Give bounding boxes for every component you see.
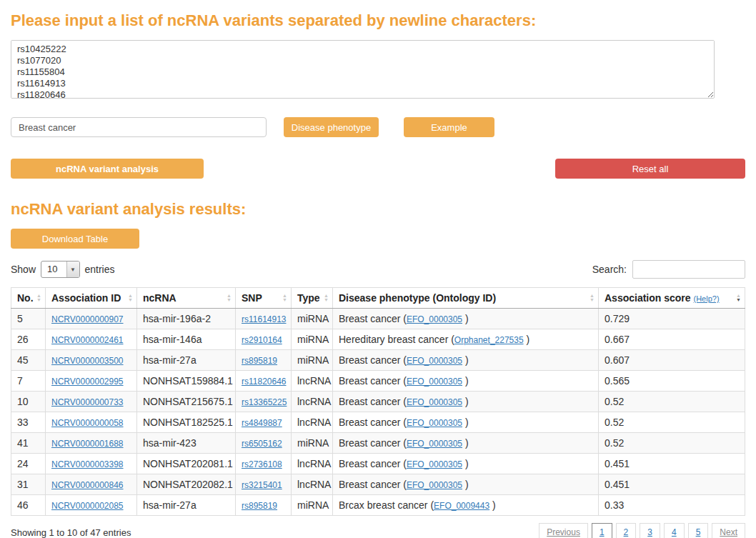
snp-link[interactable]: rs13365225 xyxy=(242,397,287,407)
sort-both-icon: ▲▼ xyxy=(282,294,287,302)
disease-phenotype-cell: Breast cancer (EFO_0000305 ) xyxy=(333,371,599,392)
snp-link[interactable]: rs11614913 xyxy=(242,314,287,324)
ontology-id-link[interactable]: EFO_0000305 xyxy=(407,314,462,324)
column-label: Type xyxy=(297,292,320,304)
table-row: 5NCRV0000000907hsa-mir-196a-2rs11614913m… xyxy=(11,309,745,329)
column-header-no[interactable]: No.▲▼ xyxy=(11,288,46,309)
variant-list-textarea[interactable]: rs10425222 rs1077020 rs11155804 rs116149… xyxy=(11,40,715,99)
association-score-cell: 0.52 xyxy=(599,433,745,454)
association-score-cell: 0.729 xyxy=(599,309,745,329)
pagination-page-4[interactable]: 4 xyxy=(664,523,685,538)
page: Please input a list of ncRNA variants se… xyxy=(0,0,756,538)
column-header-assoc[interactable]: Association ID▲▼ xyxy=(46,288,137,309)
association-id-link[interactable]: NCRV0000003500 xyxy=(51,356,124,366)
ontology-id-link[interactable]: EFO_0000305 xyxy=(407,439,462,449)
snp-link[interactable]: rs3215401 xyxy=(242,480,282,490)
ncrna-cell: hsa-mir-146a xyxy=(137,329,236,350)
pagination-next[interactable]: Next xyxy=(712,523,745,538)
search-input[interactable] xyxy=(632,260,745,279)
snp-link[interactable]: rs4849887 xyxy=(242,418,282,428)
column-header-ncrna[interactable]: ncRNA▲▼ xyxy=(137,288,236,309)
column-label: ncRNA xyxy=(143,292,176,304)
association-id-link[interactable]: NCRV0000000907 xyxy=(51,314,124,324)
column-header-score[interactable]: Association score (Help?)▲▼ xyxy=(599,288,745,309)
table-header-row: No.▲▼Association ID▲▼ncRNA▲▼SNP▲▼Type▲▼D… xyxy=(11,288,745,309)
type-cell: lncRNA xyxy=(292,392,333,412)
association-score-cell: 0.451 xyxy=(599,454,745,474)
example-button[interactable]: Example xyxy=(404,117,494,137)
type-cell: miRNA xyxy=(292,433,333,454)
table-row: 41NCRV0000001688hsa-mir-423rs6505162miRN… xyxy=(11,433,745,454)
disease-phenotype-cell: Breast cancer (EFO_0000305 ) xyxy=(333,454,599,474)
snp-link[interactable]: rs2910164 xyxy=(242,335,282,345)
pagination-page-2[interactable]: 2 xyxy=(616,523,637,538)
ncrna-cell: hsa-mir-27a xyxy=(137,495,236,516)
association-id-cell: NCRV0000000907 xyxy=(46,309,137,329)
association-id-cell: NCRV0000000058 xyxy=(46,412,137,433)
ontology-id-link[interactable]: EFO_0000305 xyxy=(407,397,462,407)
association-id-link[interactable]: NCRV0000000058 xyxy=(51,418,124,428)
table-row: 33NCRV0000000058NONHSAT182525.1rs4849887… xyxy=(11,412,745,433)
entries-label: entries xyxy=(85,264,115,275)
snp-link[interactable]: rs11820646 xyxy=(242,377,287,387)
disease-phenotype-cell: Breast cancer (EFO_0000305 ) xyxy=(333,309,599,329)
type-cell: lncRNA xyxy=(292,474,333,495)
sort-both-icon: ▲▼ xyxy=(128,294,133,302)
disease-phenotype-cell: Breast cancer (EFO_0000305 ) xyxy=(333,474,599,495)
ontology-id-link[interactable]: EFO_0000305 xyxy=(407,418,462,428)
pagination-previous[interactable]: Previous xyxy=(539,523,588,538)
pagination-page-1[interactable]: 1 xyxy=(592,523,612,538)
type-cell: lncRNA xyxy=(292,454,333,474)
association-id-cell: NCRV0000001688 xyxy=(46,433,137,454)
column-header-type[interactable]: Type▲▼ xyxy=(292,288,333,309)
association-id-link[interactable]: NCRV0000001688 xyxy=(51,439,124,449)
table-controls: Show 10 ▼ entries Search: xyxy=(11,260,745,279)
analyze-button[interactable]: ncRNA variant analysis xyxy=(11,159,204,179)
disease-phenotype-cell: Breast cancer (EFO_0000305 ) xyxy=(333,392,599,412)
download-table-button[interactable]: Download Table xyxy=(11,229,139,249)
ontology-id-link[interactable]: EFO_0000305 xyxy=(407,459,462,469)
type-cell: miRNA xyxy=(292,329,333,350)
phenotype-input[interactable] xyxy=(11,117,267,137)
association-score-cell: 0.451 xyxy=(599,474,745,495)
entries-length-control: Show 10 ▼ entries xyxy=(11,261,115,278)
snp-cell: rs895819 xyxy=(236,350,292,371)
association-id-link[interactable]: NCRV0000002461 xyxy=(51,335,124,345)
pagination-page-3[interactable]: 3 xyxy=(640,523,660,538)
snp-link[interactable]: rs895819 xyxy=(242,356,277,366)
association-id-link[interactable]: NCRV0000002085 xyxy=(51,501,124,511)
sort-both-icon: ▲▼ xyxy=(590,294,595,302)
pagination-page-5[interactable]: 5 xyxy=(688,523,709,538)
table-row: 45NCRV0000003500hsa-mir-27ars895819miRNA… xyxy=(11,350,745,371)
association-score-cell: 0.33 xyxy=(599,495,745,516)
snp-cell: rs4849887 xyxy=(236,412,292,433)
association-id-cell: NCRV0000000846 xyxy=(46,474,137,495)
input-heading: Please input a list of ncRNA variants se… xyxy=(11,11,745,30)
ncrna-cell: NONHSAT182525.1 xyxy=(137,412,236,433)
association-score-cell: 0.607 xyxy=(599,350,745,371)
ontology-id-link[interactable]: EFO_0000305 xyxy=(407,377,462,387)
ontology-id-link[interactable]: Orphanet_227535 xyxy=(454,335,524,345)
entries-select[interactable]: 10 ▼ xyxy=(41,261,79,278)
association-id-link[interactable]: NCRV0000002995 xyxy=(51,377,124,387)
association-id-link[interactable]: NCRV0000003398 xyxy=(51,459,124,469)
show-label: Show xyxy=(11,264,36,275)
snp-link[interactable]: rs2736108 xyxy=(242,459,282,469)
row-number-cell: 33 xyxy=(11,412,46,433)
ontology-id-link[interactable]: EFO_0000305 xyxy=(407,356,462,366)
disease-phenotype-button[interactable]: Disease phenotype xyxy=(284,117,379,137)
snp-cell: rs3215401 xyxy=(236,474,292,495)
pagination: Previous12345Next xyxy=(535,523,745,538)
snp-link[interactable]: rs895819 xyxy=(242,501,277,511)
ontology-id-link[interactable]: EFO_0009443 xyxy=(434,501,489,511)
reset-button[interactable]: Reset all xyxy=(555,159,745,179)
snp-link[interactable]: rs6505162 xyxy=(242,439,282,449)
results-table: No.▲▼Association ID▲▼ncRNA▲▼SNP▲▼Type▲▼D… xyxy=(11,287,745,516)
association-id-link[interactable]: NCRV0000000733 xyxy=(51,397,124,407)
association-id-link[interactable]: NCRV0000000846 xyxy=(51,480,124,490)
association-score-cell: 0.667 xyxy=(599,329,745,350)
column-header-disease[interactable]: Disease phenotype (Ontology ID)▲▼ xyxy=(333,288,599,309)
column-header-snp[interactable]: SNP▲▼ xyxy=(236,288,292,309)
help-link[interactable]: (Help?) xyxy=(694,294,720,303)
ontology-id-link[interactable]: EFO_0000305 xyxy=(407,480,462,490)
